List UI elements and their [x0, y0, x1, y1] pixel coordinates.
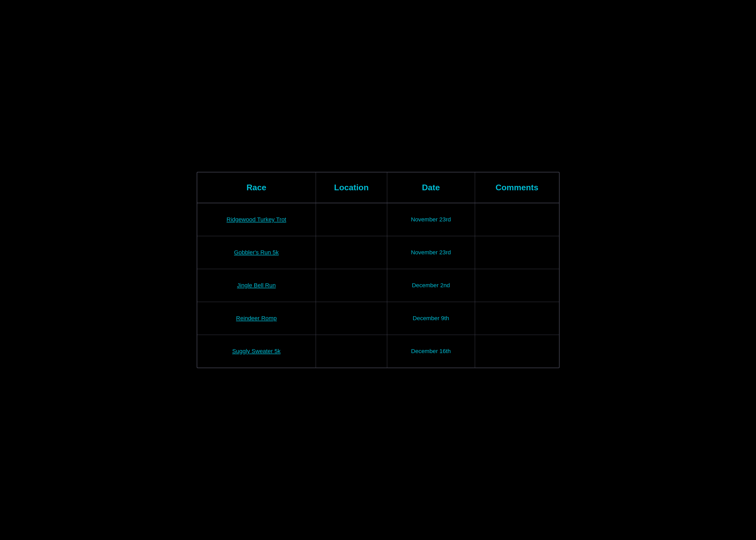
date-cell: November 23rd	[387, 236, 475, 269]
date-cell: December 2nd	[387, 269, 475, 302]
header-race: Race	[197, 172, 316, 203]
header-row: Race Location Date Comments	[197, 172, 559, 203]
comments-cell	[475, 203, 559, 236]
table-row: Gobbler's Run 5kNovember 23rd	[197, 236, 559, 269]
location-cell	[316, 335, 387, 368]
location-cell	[316, 302, 387, 335]
comments-cell	[475, 335, 559, 368]
comments-cell	[475, 236, 559, 269]
race-table: Race Location Date Comments Ridgewood Tu…	[197, 172, 559, 368]
location-cell	[316, 269, 387, 302]
table-row: Jingle Bell RunDecember 2nd	[197, 269, 559, 302]
table-row: Reindeer RompDecember 9th	[197, 302, 559, 335]
comments-cell	[475, 269, 559, 302]
header-date: Date	[387, 172, 475, 203]
header-comments: Comments	[475, 172, 559, 203]
race-link[interactable]: Jingle Bell Run	[237, 282, 276, 289]
race-table-container: Race Location Date Comments Ridgewood Tu…	[197, 172, 560, 368]
table-row: Suggly Sweater 5kDecember 16th	[197, 335, 559, 368]
location-cell	[316, 236, 387, 269]
race-cell[interactable]: Suggly Sweater 5k	[197, 335, 316, 368]
date-cell: November 23rd	[387, 203, 475, 236]
race-cell[interactable]: Jingle Bell Run	[197, 269, 316, 302]
table-body: Ridgewood Turkey TrotNovember 23rdGobble…	[197, 203, 559, 368]
race-link[interactable]: Suggly Sweater 5k	[232, 348, 281, 354]
table-header: Race Location Date Comments	[197, 172, 559, 203]
race-cell[interactable]: Ridgewood Turkey Trot	[197, 203, 316, 236]
comments-cell	[475, 302, 559, 335]
race-link[interactable]: Gobbler's Run 5k	[234, 249, 279, 256]
header-location: Location	[316, 172, 387, 203]
race-cell[interactable]: Reindeer Romp	[197, 302, 316, 335]
race-cell[interactable]: Gobbler's Run 5k	[197, 236, 316, 269]
race-link[interactable]: Reindeer Romp	[236, 315, 277, 322]
date-cell: December 16th	[387, 335, 475, 368]
date-cell: December 9th	[387, 302, 475, 335]
table-row: Ridgewood Turkey TrotNovember 23rd	[197, 203, 559, 236]
location-cell	[316, 203, 387, 236]
race-link[interactable]: Ridgewood Turkey Trot	[226, 216, 286, 223]
